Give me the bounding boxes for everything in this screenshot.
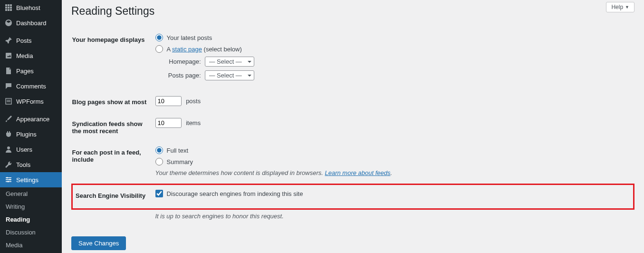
radio-latest-posts[interactable] <box>155 34 163 41</box>
svg-rect-0 <box>5 4 7 6</box>
svg-point-12 <box>7 146 10 149</box>
sidebar-item-posts[interactable]: Posts <box>0 33 62 48</box>
save-changes-button[interactable]: Save Changes <box>71 236 126 250</box>
sidebar-label: Appearance <box>16 116 49 123</box>
sidebar-label: Comments <box>16 83 46 90</box>
static-page-link[interactable]: static page <box>172 46 202 53</box>
help-label: Help <box>611 4 623 10</box>
syndication-input[interactable] <box>155 118 182 128</box>
postspage-select-label: Posts page: <box>163 72 201 79</box>
sidebar-item-dashboard[interactable]: Dashboard <box>0 15 62 30</box>
grid-icon <box>5 4 12 11</box>
sidebar-label: Bluehost <box>16 4 40 11</box>
sidebar-label: Dashboard <box>16 19 47 27</box>
form-icon <box>5 97 12 105</box>
svg-rect-5 <box>10 7 12 9</box>
sidebar-label: Media <box>16 52 33 59</box>
blog-pages-suffix: posts <box>186 97 201 105</box>
feed-desc-prefix: Your theme determines how content is dis… <box>155 169 325 176</box>
sidebar-item-settings[interactable]: Settings <box>0 172 62 187</box>
static-prefix: A <box>167 46 173 53</box>
sidebar-label: Tools <box>16 161 30 168</box>
learn-more-feeds-link[interactable]: Learn more about feeds <box>325 169 390 176</box>
submenu-media[interactable]: Media <box>0 239 62 252</box>
postspage-select[interactable]: — Select — <box>205 70 254 80</box>
user-icon <box>5 146 12 153</box>
submenu-discussion[interactable]: Discussion <box>0 226 62 239</box>
sidebar-label: Pages <box>16 68 34 75</box>
svg-rect-8 <box>10 9 12 11</box>
sidebar-label: Posts <box>16 37 32 44</box>
sidebar-label: Settings <box>16 176 38 184</box>
page-title: Reading Settings <box>71 5 634 18</box>
discourage-checkbox-label: Discourage search engines from indexing … <box>167 190 303 197</box>
feed-desc-suffix: . <box>391 169 393 176</box>
svg-rect-1 <box>8 4 10 6</box>
page-icon <box>5 67 12 75</box>
blog-pages-input[interactable] <box>155 96 182 106</box>
plug-icon <box>5 130 12 138</box>
syndication-suffix: items <box>186 119 201 126</box>
syndication-label: Syndication feeds show the most recent <box>72 113 155 142</box>
radio-summary-label: Summary <box>167 158 193 165</box>
search-visibility-label: Search Engine Visibility <box>72 185 155 209</box>
sidebar-item-tools[interactable]: Tools <box>0 157 62 172</box>
sidebar-label: Plugins <box>16 131 37 138</box>
radio-full-text[interactable] <box>155 146 163 154</box>
blog-pages-label: Blog pages show at most <box>72 91 155 113</box>
sidebar-item-comments[interactable]: Comments <box>0 78 62 94</box>
sidebar-item-media[interactable]: Media <box>0 48 62 63</box>
sidebar-label: WPForms <box>16 98 44 105</box>
submenu-general[interactable]: General <box>0 187 62 200</box>
sidebar-item-appearance[interactable]: Appearance <box>0 111 62 126</box>
sidebar-item-wpforms[interactable]: WPForms <box>0 94 62 109</box>
radio-summary[interactable] <box>155 158 163 165</box>
svg-rect-2 <box>10 4 12 6</box>
svg-rect-11 <box>7 101 10 102</box>
search-visibility-desc: It is up to search engines to honor this… <box>155 213 629 220</box>
homepage-displays-label: Your homepage displays <box>72 29 155 91</box>
svg-rect-6 <box>5 9 7 11</box>
svg-rect-7 <box>8 9 10 11</box>
comment-icon <box>5 82 12 90</box>
admin-sidebar: Bluehost Dashboard Posts Media Pages Com… <box>0 0 62 253</box>
sidebar-item-plugins[interactable]: Plugins <box>0 126 62 142</box>
svg-point-17 <box>10 179 11 180</box>
feed-include-label: For each post in a feed, include <box>72 142 155 185</box>
svg-point-16 <box>7 177 8 178</box>
svg-rect-3 <box>5 7 7 9</box>
pin-icon <box>5 37 12 44</box>
sidebar-item-bluehost[interactable]: Bluehost <box>0 0 62 15</box>
svg-rect-4 <box>8 7 10 9</box>
svg-point-18 <box>8 181 9 182</box>
discourage-checkbox[interactable] <box>155 190 163 197</box>
submenu-writing[interactable]: Writing <box>0 200 62 213</box>
radio-static-page[interactable] <box>155 45 163 53</box>
feed-description: Your theme determines how content is dis… <box>155 169 629 176</box>
homepage-select[interactable]: — Select — <box>205 57 254 67</box>
svg-rect-10 <box>7 100 10 101</box>
static-suffix: (select below) <box>202 46 242 53</box>
submenu-reading[interactable]: Reading <box>0 213 62 226</box>
brush-icon <box>5 115 12 123</box>
sidebar-item-users[interactable]: Users <box>0 142 62 157</box>
sidebar-label: Users <box>16 146 32 153</box>
homepage-select-label: Homepage: <box>163 58 201 65</box>
sidebar-item-pages[interactable]: Pages <box>0 63 62 78</box>
dashboard-icon <box>5 19 12 27</box>
radio-latest-posts-label: Your latest posts <box>167 34 212 41</box>
main-content: Help ▼ Reading Settings Your homepage di… <box>62 0 644 253</box>
media-icon <box>5 52 12 59</box>
sliders-icon <box>5 176 12 184</box>
wrench-icon <box>5 161 12 168</box>
radio-full-text-label: Full text <box>167 147 189 154</box>
help-tab[interactable]: Help ▼ <box>606 2 634 12</box>
radio-static-page-label: A static page (select below) <box>167 46 242 53</box>
chevron-down-icon: ▼ <box>625 5 629 10</box>
